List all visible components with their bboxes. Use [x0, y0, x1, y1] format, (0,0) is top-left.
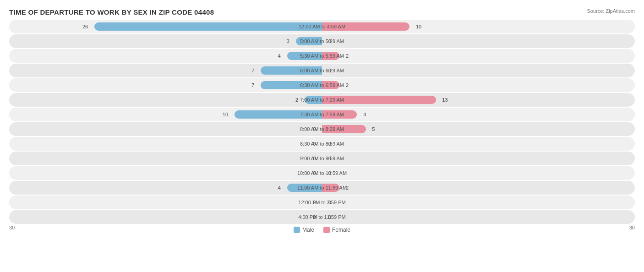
male-value-label: 26	[82, 24, 88, 29]
time-label: 10:00 AM to 10:59 AM	[297, 170, 347, 176]
male-value-label: 4	[278, 53, 281, 59]
female-value-label: 5	[372, 126, 375, 132]
time-label: 8:30 AM to 8:59 AM	[300, 141, 344, 147]
legend-male: Male	[294, 227, 314, 233]
legend: Male Female	[294, 227, 350, 233]
time-label: 5:30 AM to 5:59 AM	[300, 53, 344, 59]
male-value-label: 7	[251, 68, 254, 73]
table-row: 8:30 AM to 8:59 AM00	[9, 137, 635, 151]
bar-male	[94, 22, 322, 31]
chart-container: TIME OF DEPARTURE TO WORK BY SEX IN ZIP …	[0, 0, 644, 272]
table-row: 12:00 PM to 3:59 PM00	[9, 196, 635, 209]
time-label: 9:00 AM to 9:59 AM	[300, 156, 344, 161]
legend-male-box	[294, 227, 300, 233]
male-value-label: 10	[223, 112, 228, 117]
male-value-label: 7	[251, 82, 254, 88]
male-value-label: 2	[295, 97, 298, 103]
time-label: 7:30 AM to 7:59 AM	[300, 112, 344, 117]
table-row: 5:00 AM to 5:29 AM30	[9, 34, 635, 48]
time-label: 12:00 AM to 4:59 AM	[299, 24, 345, 29]
time-label: 4:00 PM to 11:59 PM	[298, 214, 345, 220]
table-row: 9:00 AM to 9:59 AM00	[9, 152, 635, 165]
axis-left: 30	[9, 225, 15, 233]
table-row: 10:00 AM to 10:59 AM00	[9, 166, 635, 180]
table-row: 4:00 PM to 11:59 PM00	[9, 210, 635, 224]
time-label: 7:00 AM to 7:29 AM	[300, 97, 344, 103]
male-value-label: 4	[278, 185, 281, 190]
chart-title: TIME OF DEPARTURE TO WORK BY SEX IN ZIP …	[9, 8, 635, 16]
time-label: 11:00 AM to 11:59 AM	[297, 185, 347, 190]
table-row: 7:00 AM to 7:29 AM213	[9, 93, 635, 107]
table-row: 12:00 AM to 4:59 AM2610	[9, 20, 635, 33]
time-label: 5:00 AM to 5:29 AM	[300, 38, 344, 44]
table-row: 8:00 AM to 8:29 AM05	[9, 122, 635, 136]
female-value-label: 2	[346, 82, 349, 88]
legend-female-box	[323, 227, 330, 233]
legend-male-label: Male	[302, 227, 314, 233]
legend-female-label: Female	[332, 227, 350, 233]
female-value-label: 2	[346, 53, 349, 59]
table-row: 5:30 AM to 5:59 AM42	[9, 49, 635, 63]
rows-container: 12:00 AM to 4:59 AM26105:00 AM to 5:29 A…	[9, 20, 635, 224]
legend-female: Female	[323, 227, 350, 233]
table-row: 11:00 AM to 11:59 AM42	[9, 181, 635, 195]
time-label: 6:30 AM to 6:59 AM	[300, 82, 344, 88]
chart-area: 12:00 AM to 4:59 AM26105:00 AM to 5:29 A…	[9, 20, 635, 238]
source-label: Source: ZipAtlas.com	[587, 8, 635, 14]
time-label: 8:00 AM to 8:29 AM	[300, 126, 344, 132]
time-label: 12:00 PM to 3:59 PM	[298, 200, 345, 205]
female-value-label: 4	[363, 112, 366, 117]
axis-right: 30	[629, 225, 635, 233]
male-value-label: 3	[287, 38, 289, 44]
table-row: 6:30 AM to 6:59 AM72	[9, 78, 635, 92]
time-label: 6:00 AM to 6:29 AM	[300, 68, 344, 73]
female-value-label: 10	[416, 24, 421, 29]
table-row: 7:30 AM to 7:59 AM104	[9, 108, 635, 121]
table-row: 6:00 AM to 6:29 AM70	[9, 64, 635, 77]
female-value-label: 13	[442, 97, 448, 103]
